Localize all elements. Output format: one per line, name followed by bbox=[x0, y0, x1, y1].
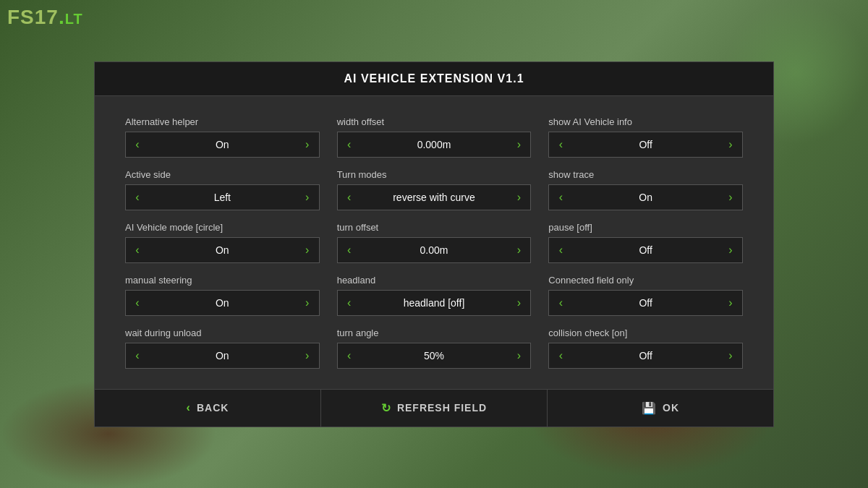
turn-offset-value: 0.00m bbox=[361, 244, 508, 256]
setting-width-offset: width offset ‹ 0.000m › bbox=[328, 111, 540, 163]
pause-value: Off bbox=[572, 244, 719, 256]
headland-next[interactable]: › bbox=[507, 290, 530, 316]
ok-button[interactable]: 💾 OK bbox=[548, 390, 773, 427]
show-ai-vehicle-info-prev[interactable]: ‹ bbox=[549, 132, 572, 158]
turn-offset-next[interactable]: › bbox=[507, 237, 530, 263]
headland-value: headland [off] bbox=[361, 297, 508, 309]
active-side-next[interactable]: › bbox=[296, 184, 319, 210]
setting-manual-steering: manual steering ‹ On › bbox=[116, 269, 328, 322]
setting-alternative-helper: Alternative helper ‹ On › bbox=[116, 111, 328, 163]
turn-modes-value: reverse with curve bbox=[361, 192, 508, 203]
refresh-button[interactable]: ↻ REFRESH FIELD bbox=[321, 390, 548, 427]
back-button[interactable]: ‹ BACK bbox=[95, 390, 321, 427]
manual-steering-next[interactable]: › bbox=[296, 290, 319, 316]
turn-offset-prev[interactable]: ‹ bbox=[338, 237, 361, 263]
ai-vehicle-mode-next[interactable]: › bbox=[296, 237, 319, 263]
connected-field-only-next[interactable]: › bbox=[719, 290, 742, 316]
show-trace-next[interactable]: › bbox=[719, 184, 742, 210]
headland-prev[interactable]: ‹ bbox=[338, 290, 361, 316]
ok-icon: 💾 bbox=[642, 401, 657, 415]
active-side-prev[interactable]: ‹ bbox=[126, 184, 149, 210]
show-ai-vehicle-info-next[interactable]: › bbox=[719, 132, 742, 158]
dialog-footer: ‹ BACK ↻ REFRESH FIELD 💾 OK bbox=[95, 389, 773, 427]
game-logo: FS17.LT bbox=[7, 6, 83, 29]
alternative-helper-prev[interactable]: ‹ bbox=[126, 132, 149, 158]
show-trace-value: On bbox=[572, 192, 719, 203]
logo-fs: FS17 bbox=[7, 6, 59, 28]
pause-prev[interactable]: ‹ bbox=[549, 237, 572, 263]
turn-angle-prev[interactable]: ‹ bbox=[338, 343, 361, 369]
turn-angle-value: 50% bbox=[361, 350, 508, 361]
logo-lt: LT bbox=[65, 11, 83, 27]
connected-field-only-value: Off bbox=[572, 297, 719, 309]
setting-turn-angle: turn angle ‹ 50% › bbox=[328, 322, 540, 374]
setting-turn-offset: turn offset ‹ 0.00m › bbox=[328, 216, 540, 269]
setting-collision-check: collision check [on] ‹ Off › bbox=[540, 322, 752, 374]
collision-check-value: Off bbox=[572, 350, 719, 361]
setting-show-trace: show trace ‹ On › bbox=[540, 163, 752, 216]
collision-check-prev[interactable]: ‹ bbox=[549, 343, 572, 369]
setting-wait-during-unload: wait during unload ‹ On › bbox=[116, 322, 328, 374]
width-offset-value: 0.000m bbox=[361, 139, 508, 150]
wait-during-unload-prev[interactable]: ‹ bbox=[126, 343, 149, 369]
setting-pause: pause [off] ‹ Off › bbox=[540, 216, 752, 269]
logo-separator: . bbox=[59, 6, 65, 28]
refresh-label: REFRESH FIELD bbox=[397, 402, 487, 414]
column-2: width offset ‹ 0.000m › Turn modes ‹ rev… bbox=[328, 111, 540, 374]
ai-vehicle-mode-prev[interactable]: ‹ bbox=[126, 237, 149, 263]
show-ai-vehicle-info-value: Off bbox=[572, 139, 719, 150]
setting-show-ai-vehicle-info: show AI Vehicle info ‹ Off › bbox=[540, 111, 752, 163]
back-icon: ‹ bbox=[187, 401, 191, 414]
wait-during-unload-next[interactable]: › bbox=[296, 343, 319, 369]
dialog-title: AI VEHICLE EXTENSION V1.1 bbox=[95, 62, 773, 96]
alternative-helper-next[interactable]: › bbox=[296, 132, 319, 158]
setting-active-side: Active side ‹ Left › bbox=[116, 163, 328, 216]
back-label: BACK bbox=[197, 402, 229, 414]
manual-steering-value: On bbox=[149, 297, 296, 309]
connected-field-only-prev[interactable]: ‹ bbox=[549, 290, 572, 316]
column-3: show AI Vehicle info ‹ Off › show trace … bbox=[540, 111, 752, 374]
ok-label: OK bbox=[663, 402, 679, 414]
setting-ai-vehicle-mode: AI Vehicle mode [circle] ‹ On › bbox=[116, 216, 328, 269]
settings-grid: Alternative helper ‹ On › Active side ‹ … bbox=[95, 96, 773, 389]
alternative-helper-value: On bbox=[149, 139, 296, 150]
turn-modes-prev[interactable]: ‹ bbox=[338, 184, 361, 210]
setting-connected-field-only: Connected field only ‹ Off › bbox=[540, 269, 752, 322]
manual-steering-prev[interactable]: ‹ bbox=[126, 290, 149, 316]
pause-next[interactable]: › bbox=[719, 237, 742, 263]
setting-turn-modes: Turn modes ‹ reverse with curve › bbox=[328, 163, 540, 216]
column-1: Alternative helper ‹ On › Active side ‹ … bbox=[116, 111, 328, 374]
width-offset-next[interactable]: › bbox=[507, 132, 530, 158]
setting-headland: headland ‹ headland [off] › bbox=[328, 269, 540, 322]
width-offset-prev[interactable]: ‹ bbox=[338, 132, 361, 158]
ai-vehicle-mode-value: On bbox=[149, 244, 296, 256]
settings-dialog: AI VEHICLE EXTENSION V1.1 Alternative he… bbox=[94, 61, 774, 427]
active-side-value: Left bbox=[149, 192, 296, 203]
turn-angle-next[interactable]: › bbox=[507, 343, 530, 369]
turn-modes-next[interactable]: › bbox=[507, 184, 530, 210]
wait-during-unload-value: On bbox=[149, 350, 296, 361]
collision-check-next[interactable]: › bbox=[719, 343, 742, 369]
show-trace-prev[interactable]: ‹ bbox=[549, 184, 572, 210]
refresh-icon: ↻ bbox=[381, 401, 391, 415]
